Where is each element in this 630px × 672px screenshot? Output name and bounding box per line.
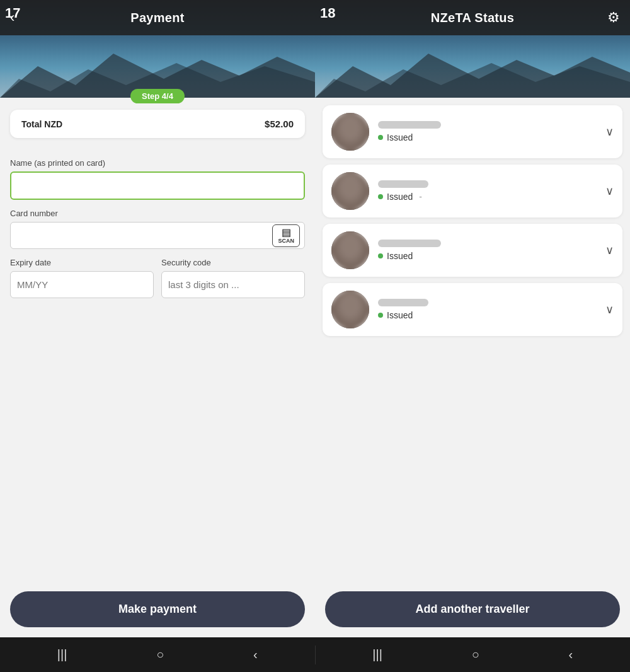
traveller-avatar-4 bbox=[331, 291, 369, 328]
issued-text-3: Issued bbox=[387, 251, 413, 261]
issued-dot-2 bbox=[378, 194, 383, 199]
header-bar-left: ‹ Payment bbox=[0, 0, 315, 35]
traveller-info-2: Issued - bbox=[378, 180, 599, 202]
total-amount: $52.00 bbox=[265, 119, 294, 129]
nav-recent-icon-left[interactable]: ||| bbox=[57, 647, 67, 662]
scan-button[interactable]: ▤ SCAN bbox=[272, 224, 300, 247]
issued-text-4: Issued bbox=[387, 310, 413, 320]
screen-number-right: 18 bbox=[320, 5, 335, 21]
traveller-name-bar-3 bbox=[378, 240, 441, 247]
bottom-nav: ||| ○ ‹ ||| ○ ‹ bbox=[0, 637, 630, 672]
travellers-list: Issued ∨ Issued - ∨ bbox=[315, 98, 630, 349]
expiry-field: Expiry date bbox=[10, 258, 154, 298]
traveller-card-3[interactable]: Issued ∨ bbox=[323, 224, 622, 277]
issued-text-1: Issued bbox=[387, 132, 413, 142]
issued-row-2: Issued - bbox=[378, 192, 599, 202]
nav-home-icon-right[interactable]: ○ bbox=[472, 647, 479, 662]
traveller-info-4: Issued bbox=[378, 299, 599, 320]
step-badge-container: Step 4/4 bbox=[0, 89, 315, 103]
traveller-info-1: Issued bbox=[378, 121, 599, 142]
step-badge: Step 4/4 bbox=[130, 89, 185, 103]
nav-section-left: ||| ○ ‹ bbox=[0, 647, 315, 662]
issued-dot-4 bbox=[378, 313, 383, 318]
security-input[interactable] bbox=[161, 271, 305, 298]
chevron-down-icon-2: ∨ bbox=[605, 184, 614, 198]
traveller-name-bar-4 bbox=[378, 299, 428, 306]
issued-dot-1 bbox=[378, 135, 383, 140]
expiry-security-row: Expiry date Security code bbox=[10, 258, 305, 298]
card-field-row: ▤ SCAN bbox=[10, 222, 305, 249]
traveller-avatar-3 bbox=[331, 231, 369, 269]
traveller-name-bar-2 bbox=[378, 180, 428, 188]
security-label: Security code bbox=[161, 258, 305, 267]
issued-dot-3 bbox=[378, 253, 383, 258]
card-field-label: Card number bbox=[10, 209, 305, 218]
scan-icon: ▤ bbox=[282, 228, 291, 238]
nav-back-icon-right[interactable]: ‹ bbox=[568, 647, 573, 662]
chevron-down-icon-1: ∨ bbox=[605, 125, 614, 139]
chevron-down-icon-3: ∨ bbox=[605, 243, 614, 257]
issued-row-3: Issued bbox=[378, 251, 599, 261]
add-traveller-button[interactable]: Add another traveller bbox=[325, 591, 620, 627]
settings-icon[interactable]: ⚙ bbox=[607, 9, 620, 26]
expiry-label: Expiry date bbox=[10, 258, 154, 267]
scan-label: SCAN bbox=[278, 238, 294, 244]
traveller-card-1[interactable]: Issued ∨ bbox=[323, 105, 622, 158]
nav-back-icon-left[interactable]: ‹ bbox=[253, 647, 258, 662]
page-title-right: NZeTA Status bbox=[431, 11, 515, 25]
header-bar-right: NZeTA Status ⚙ bbox=[315, 0, 630, 35]
screen-payment: ‹ Payment 17 Step 4/4 Total NZD $52.00 N… bbox=[0, 0, 315, 637]
total-label: Total NZD bbox=[21, 119, 62, 129]
make-payment-button[interactable]: Make payment bbox=[10, 591, 305, 627]
traveller-avatar-1 bbox=[331, 113, 369, 151]
traveller-card-4[interactable]: Issued ∨ bbox=[323, 283, 622, 336]
name-input[interactable] bbox=[10, 171, 305, 200]
name-field-label: Name (as printed on card) bbox=[10, 158, 305, 168]
expiry-input[interactable] bbox=[10, 271, 154, 298]
traveller-name-bar-1 bbox=[378, 121, 441, 129]
traveller-dash-2: - bbox=[419, 192, 422, 202]
screen-number-left: 17 bbox=[5, 5, 20, 21]
issued-row-1: Issued bbox=[378, 132, 599, 142]
security-field: Security code bbox=[161, 258, 305, 298]
nav-home-icon-left[interactable]: ○ bbox=[156, 647, 164, 662]
hero-image-right: NZeTA Status ⚙ 18 bbox=[315, 0, 630, 98]
total-bar: Total NZD $52.00 bbox=[10, 110, 305, 138]
payment-form: Name (as printed on card) Card number ▤ … bbox=[0, 138, 315, 298]
page-title-left: Payment bbox=[130, 11, 184, 25]
nav-section-right: ||| ○ ‹ bbox=[316, 647, 631, 662]
traveller-avatar-2 bbox=[331, 172, 369, 210]
screen-nzeta: NZeTA Status ⚙ 18 Issued ∨ bbox=[315, 0, 630, 637]
traveller-card-2[interactable]: Issued - ∨ bbox=[323, 165, 622, 217]
nav-recent-icon-right[interactable]: ||| bbox=[372, 647, 382, 662]
card-number-input[interactable] bbox=[10, 222, 305, 249]
issued-row-4: Issued bbox=[378, 310, 599, 320]
chevron-down-icon-4: ∨ bbox=[605, 303, 614, 316]
hero-image-left: ‹ Payment 17 bbox=[0, 0, 315, 98]
traveller-info-3: Issued bbox=[378, 240, 599, 261]
issued-text-2: Issued bbox=[387, 192, 413, 202]
